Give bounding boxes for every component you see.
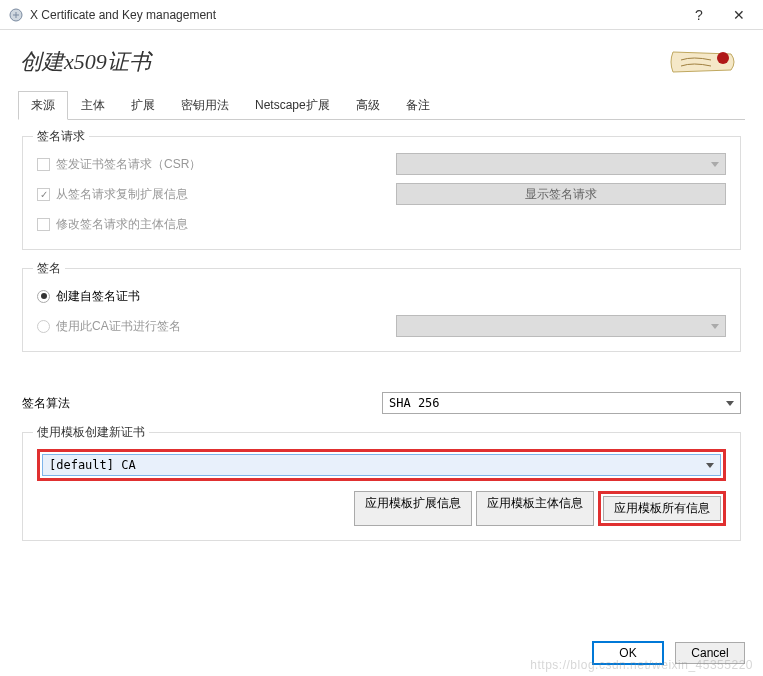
radio-use-ca bbox=[37, 320, 50, 333]
template-buttons: 应用模板扩展信息 应用模板主体信息 应用模板所有信息 bbox=[37, 491, 726, 526]
algo-row: 签名算法 SHA 256 bbox=[22, 392, 741, 414]
group-title: 签名 bbox=[33, 260, 65, 277]
help-button[interactable]: ? bbox=[679, 1, 719, 29]
tab-label: 密钥用法 bbox=[181, 98, 229, 112]
footer: OK Cancel bbox=[593, 642, 745, 664]
apply-all-button[interactable]: 应用模板所有信息 bbox=[603, 496, 721, 521]
radio-self-signed[interactable] bbox=[37, 290, 50, 303]
tabs: 来源 主体 扩展 密钥用法 Netscape扩展 高级 备注 bbox=[18, 90, 745, 120]
group-title: 使用模板创建新证书 bbox=[33, 424, 149, 441]
checkbox-copy-ext bbox=[37, 188, 50, 201]
tab-label: Netscape扩展 bbox=[255, 98, 330, 112]
tab-label: 来源 bbox=[31, 98, 55, 112]
apply-subject-button[interactable]: 应用模板主体信息 bbox=[476, 491, 594, 526]
csr-dropdown bbox=[396, 153, 726, 175]
tab-source[interactable]: 来源 bbox=[18, 91, 68, 120]
apply-ext-button[interactable]: 应用模板扩展信息 bbox=[354, 491, 472, 526]
modify-subject-row: 修改签名请求的主体信息 bbox=[37, 213, 726, 235]
header: 创建x509证书 bbox=[0, 30, 763, 90]
template-value: [default] CA bbox=[49, 458, 136, 472]
self-signed-label: 创建自签名证书 bbox=[56, 288, 140, 305]
csr-row: 签发证书签名请求（CSR） bbox=[37, 153, 726, 175]
template-select-highlight: [default] CA bbox=[37, 449, 726, 481]
tab-label: 高级 bbox=[356, 98, 380, 112]
use-ca-row: 使用此CA证书进行签名 bbox=[37, 315, 726, 337]
tab-keyusage[interactable]: 密钥用法 bbox=[168, 91, 242, 120]
app-icon bbox=[8, 7, 24, 23]
self-signed-row: 创建自签名证书 bbox=[37, 285, 726, 307]
tab-content: 签名请求 签发证书签名请求（CSR） 从签名请求复制扩展信息 显示签名请求 修改… bbox=[0, 120, 763, 386]
ca-dropdown bbox=[396, 315, 726, 337]
checkbox-csr bbox=[37, 158, 50, 171]
signing-group: 签名 创建自签名证书 使用此CA证书进行签名 bbox=[22, 268, 741, 352]
scroll-seal-icon bbox=[663, 42, 743, 82]
tab-comment[interactable]: 备注 bbox=[393, 91, 443, 120]
algo-value: SHA 256 bbox=[389, 396, 440, 410]
copy-ext-row: 从签名请求复制扩展信息 显示签名请求 bbox=[37, 183, 726, 205]
tab-extensions[interactable]: 扩展 bbox=[118, 91, 168, 120]
template-select[interactable]: [default] CA bbox=[42, 454, 721, 476]
signing-request-group: 签名请求 签发证书签名请求（CSR） 从签名请求复制扩展信息 显示签名请求 修改… bbox=[22, 136, 741, 250]
window-title: X Certificate and Key management bbox=[30, 8, 679, 22]
svg-point-1 bbox=[717, 52, 729, 64]
apply-all-highlight: 应用模板所有信息 bbox=[598, 491, 726, 526]
csr-label: 签发证书签名请求（CSR） bbox=[56, 156, 201, 173]
close-button[interactable]: ✕ bbox=[719, 1, 759, 29]
tab-advanced[interactable]: 高级 bbox=[343, 91, 393, 120]
checkbox-modify-subject bbox=[37, 218, 50, 231]
copy-ext-label: 从签名请求复制扩展信息 bbox=[56, 186, 188, 203]
algo-label: 签名算法 bbox=[22, 395, 382, 412]
template-group: 使用模板创建新证书 [default] CA 应用模板扩展信息 应用模板主体信息… bbox=[22, 432, 741, 541]
show-request-button: 显示签名请求 bbox=[396, 183, 726, 205]
tab-label: 备注 bbox=[406, 98, 430, 112]
tab-label: 扩展 bbox=[131, 98, 155, 112]
titlebar: X Certificate and Key management ? ✕ bbox=[0, 0, 763, 30]
cancel-button[interactable]: Cancel bbox=[675, 642, 745, 664]
tab-netscape[interactable]: Netscape扩展 bbox=[242, 91, 343, 120]
page-title: 创建x509证书 bbox=[20, 47, 663, 77]
ok-button[interactable]: OK bbox=[593, 642, 663, 664]
use-ca-label: 使用此CA证书进行签名 bbox=[56, 318, 181, 335]
algo-select[interactable]: SHA 256 bbox=[382, 392, 741, 414]
modify-subject-label: 修改签名请求的主体信息 bbox=[56, 216, 188, 233]
tab-subject[interactable]: 主体 bbox=[68, 91, 118, 120]
group-title: 签名请求 bbox=[33, 128, 89, 145]
tab-label: 主体 bbox=[81, 98, 105, 112]
